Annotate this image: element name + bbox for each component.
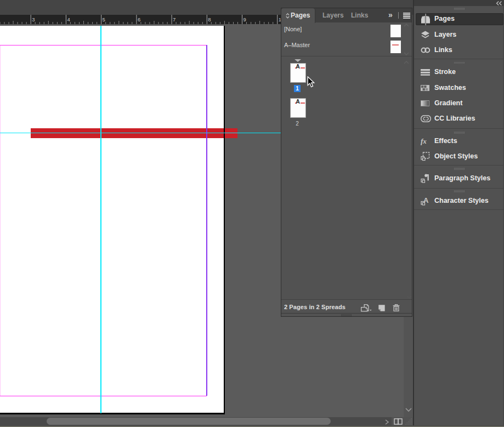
svg-text:9: 9 [243, 16, 246, 22]
svg-text:4: 4 [67, 16, 70, 22]
svg-text:5: 5 [103, 16, 105, 22]
svg-text:7: 7 [173, 16, 175, 22]
svg-text:A: A [296, 98, 300, 104]
svg-text:3: 3 [32, 16, 35, 22]
svg-text:8: 8 [208, 16, 211, 22]
svg-text:A: A [296, 63, 300, 69]
svg-text:6: 6 [138, 16, 140, 22]
